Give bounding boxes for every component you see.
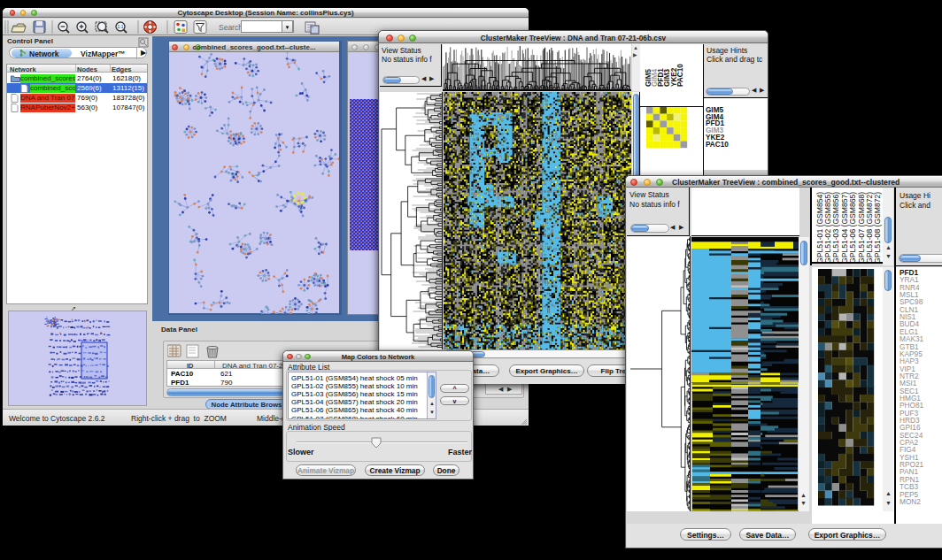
svg-text:GPL51-08 (GSM872): GPL51-08 (GSM872) [873,192,882,264]
svg-text:1:1: 1:1 [118,24,124,29]
svg-text:PAC10: PAC10 [676,64,684,87]
